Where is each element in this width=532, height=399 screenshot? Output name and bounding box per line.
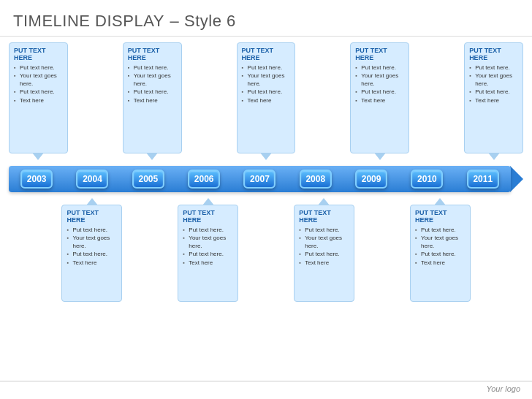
list-item: Put text here. (66, 227, 116, 234)
bottom-spacer-2 (125, 205, 175, 302)
list-item: Put text here. (299, 251, 349, 258)
list-item: Put text here. (415, 227, 465, 234)
list-item: Put text here. (14, 88, 63, 96)
year-node-2010[interactable]: 2010 (399, 166, 455, 192)
list-item: Text here (14, 97, 63, 104)
bottom-callout-title-3: PUT TEXT HERE (183, 209, 232, 224)
bottom-callouts-section: PUT TEXT HEREPut text here.Your text goe… (0, 196, 532, 302)
top-spacer-5 (298, 42, 347, 153)
list-item: Put text here. (183, 251, 232, 258)
year-node-2003[interactable]: 2003 (9, 166, 64, 192)
list-item: Put text here. (242, 64, 291, 72)
timeline-bar: 200320042005200620072008200920102011 (0, 164, 532, 194)
footer-logo: Your logo (487, 384, 520, 393)
top-spacer-7 (412, 42, 461, 153)
list-item: Text here (469, 97, 518, 104)
top-callout-title-4: PUT TEXT HERE (242, 47, 291, 61)
list-item: Text here (299, 259, 349, 267)
top-callout-0: PUT TEXT HEREPut text here.Your text goe… (9, 42, 68, 153)
list-item: Put text here. (242, 88, 291, 96)
year-label-2006: 2006 (188, 170, 220, 189)
year-node-2004[interactable]: 2004 (64, 166, 120, 192)
list-item: Your text goes here. (14, 72, 63, 88)
top-spacer-3 (185, 42, 234, 153)
title-sub: – Style 6 (170, 12, 236, 30)
list-item: Put text here. (469, 64, 518, 72)
list-item: Your text goes here. (355, 72, 404, 88)
list-item: Text here (242, 97, 291, 104)
year-node-2008[interactable]: 2008 (288, 166, 343, 192)
list-item: Text here (183, 259, 232, 267)
bottom-spacer-8 (474, 205, 523, 302)
year-label-2009: 2009 (355, 170, 387, 189)
year-label-2010: 2010 (411, 170, 443, 189)
page-title: TIMELINE DISPLAY – Style 6 (13, 9, 519, 31)
top-callout-6: PUT TEXT HEREPut text here.Your text goe… (350, 42, 409, 153)
year-node-2011[interactable]: 2011 (455, 166, 511, 192)
bottom-spacer-6 (357, 205, 407, 302)
timeline-arrow (510, 166, 523, 192)
top-callout-title-6: PUT TEXT HERE (355, 47, 404, 61)
list-item: Text here (415, 259, 465, 267)
top-callout-title-8: PUT TEXT HERE (469, 47, 518, 61)
bottom-callout-title-7: PUT TEXT HERE (415, 209, 465, 224)
top-callout-title-2: PUT TEXT HERE (128, 47, 177, 61)
top-callout-4: PUT TEXT HEREPut text here.Your text goe… (237, 42, 296, 153)
footer-divider (0, 381, 532, 381)
list-item: Your text goes here. (415, 235, 465, 250)
bottom-callout-3: PUT TEXT HEREPut text here.Your text goe… (178, 205, 238, 302)
list-item: Put text here. (355, 88, 404, 96)
year-label-2011: 2011 (467, 170, 499, 189)
year-label-2004: 2004 (76, 170, 108, 189)
list-item: Put text here. (128, 88, 177, 96)
list-item: Your text goes here. (183, 235, 232, 250)
top-spacer-1 (71, 42, 120, 153)
list-item: Put text here. (469, 88, 518, 96)
title-main: TIMELINE DISPLAY (13, 12, 164, 30)
list-item: Your text goes here. (66, 235, 116, 250)
year-node-2006[interactable]: 2006 (176, 166, 232, 192)
top-callouts-section: PUT TEXT HEREPut text here.Your text goe… (0, 37, 532, 153)
bottom-callout-title-1: PUT TEXT HERE (66, 209, 116, 224)
list-item: Your text goes here. (469, 72, 518, 88)
list-item: Your text goes here. (242, 72, 291, 88)
bottom-spacer-0 (9, 205, 58, 302)
year-node-2005[interactable]: 2005 (121, 166, 176, 192)
bottom-spacer-4 (241, 205, 291, 302)
list-item: Your text goes here. (128, 72, 177, 88)
bottom-callout-5: PUT TEXT HEREPut text here.Your text goe… (294, 205, 354, 302)
bottom-callout-1: PUT TEXT HEREPut text here.Your text goe… (61, 205, 121, 302)
list-item: Put text here. (299, 227, 349, 234)
bottom-callout-title-5: PUT TEXT HERE (299, 209, 349, 224)
bottom-callout-7: PUT TEXT HEREPut text here.Your text goe… (410, 205, 470, 302)
header: TIMELINE DISPLAY – Style 6 (0, 0, 532, 37)
list-item: Text here (128, 97, 177, 104)
year-label-2003: 2003 (20, 170, 53, 189)
list-item: Put text here. (415, 251, 465, 258)
year-node-2007[interactable]: 2007 (232, 166, 287, 192)
list-item: Put text here. (14, 64, 63, 72)
timeline-track: 200320042005200620072008200920102011 (9, 166, 511, 192)
list-item: Your text goes here. (299, 235, 349, 250)
list-item: Put text here. (183, 227, 232, 234)
list-item: Put text here. (128, 64, 177, 72)
list-item: Put text here. (355, 64, 404, 72)
year-label-2005: 2005 (132, 170, 164, 189)
list-item: Text here (355, 97, 404, 104)
year-label-2008: 2008 (300, 170, 332, 189)
top-callout-2: PUT TEXT HEREPut text here.Your text goe… (123, 42, 182, 153)
page: TIMELINE DISPLAY – Style 6 PUT TEXT HERE… (0, 0, 532, 399)
top-callout-8: PUT TEXT HEREPut text here.Your text goe… (464, 42, 523, 153)
list-item: Put text here. (66, 251, 116, 258)
list-item: Text here (66, 259, 116, 267)
top-callout-title-0: PUT TEXT HERE (14, 47, 63, 61)
year-label-2007: 2007 (243, 170, 276, 189)
year-node-2009[interactable]: 2009 (343, 166, 399, 192)
